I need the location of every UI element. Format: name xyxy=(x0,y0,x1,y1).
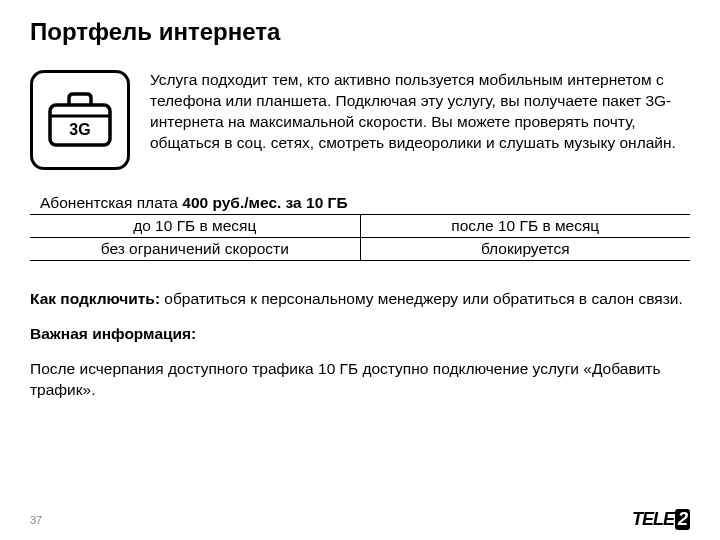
page-number: 37 xyxy=(30,514,42,526)
brand-logo: TELE2 xyxy=(632,509,690,530)
important-section: Важная информация: xyxy=(30,324,690,345)
table-row: до 10 ГБ в месяц после 10 ГБ в месяц xyxy=(30,215,690,238)
howto-text: обратиться к персональному менеджеру или… xyxy=(164,290,682,307)
table-cell: без ограничений скорости xyxy=(30,238,360,261)
briefcase-3g-icon: 3G xyxy=(45,90,115,150)
logo-badge: 2 xyxy=(675,509,690,530)
howto-label: Как подключить: xyxy=(30,290,164,307)
svg-text:3G: 3G xyxy=(69,121,90,138)
fee-line: Абонентская плата 400 руб./мес. за 10 ГБ xyxy=(40,194,690,212)
table-header-cell: до 10 ГБ в месяц xyxy=(30,215,360,238)
table-header-cell: после 10 ГБ в месяц xyxy=(360,215,690,238)
logo-text: TELE xyxy=(632,509,674,529)
howto-section: Как подключить: обратиться к персонально… xyxy=(30,289,690,310)
important-label: Важная информация: xyxy=(30,324,690,345)
table-cell: блокируется xyxy=(360,238,690,261)
intro-row: 3G Услуга подходит тем, кто активно поль… xyxy=(30,70,690,170)
service-description: Услуга подходит тем, кто активно пользуе… xyxy=(150,70,690,170)
tariff-table: до 10 ГБ в месяц после 10 ГБ в месяц без… xyxy=(30,214,690,261)
service-icon: 3G xyxy=(30,70,130,170)
fee-prefix: Абонентская плата xyxy=(40,194,182,211)
page-title: Портфель интернета xyxy=(30,18,690,46)
important-text: После исчерпания доступного трафика 10 Г… xyxy=(30,359,690,401)
table-row: без ограничений скорости блокируется xyxy=(30,238,690,261)
fee-amount: 400 руб./мес. за 10 ГБ xyxy=(182,194,347,211)
